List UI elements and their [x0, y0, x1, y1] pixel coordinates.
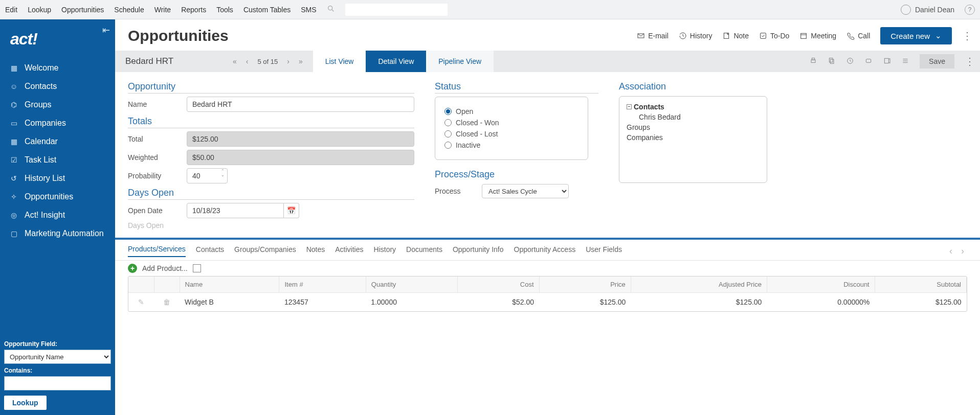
svg-rect-12 [866, 59, 871, 62]
current-user[interactable]: Daniel Dean [901, 5, 954, 15]
status-won-radio[interactable] [444, 119, 452, 126]
btab-groups[interactable]: Groups/Companies [234, 245, 296, 257]
columns-icon[interactable] [193, 264, 201, 272]
menu-tools[interactable]: Tools [216, 6, 233, 14]
process-select[interactable]: Act! Sales Cycle [482, 184, 569, 198]
col-price[interactable]: Price [539, 276, 631, 293]
col-item[interactable]: Item # [279, 276, 366, 293]
sidebar-item-opportunities[interactable]: ✧Opportunities [0, 188, 115, 206]
sidebar-item-label: Opportunities [25, 192, 73, 201]
viewbar-more-icon[interactable]: ⋮ [965, 59, 970, 64]
menu-opportunities[interactable]: Opportunities [61, 6, 104, 14]
col-cost[interactable]: Cost [458, 276, 539, 293]
menu-reports[interactable]: Reports [181, 6, 206, 14]
opportunity-field-select[interactable]: Opportunity Name [4, 350, 111, 364]
open-date-input[interactable] [187, 203, 284, 218]
calendar-picker-icon[interactable]: 📅 [284, 203, 299, 218]
sidebar-item-history-list[interactable]: ↺History List [0, 169, 115, 188]
assoc-groups-header[interactable]: Groups [627, 123, 760, 131]
menu-schedule[interactable]: Schedule [114, 6, 144, 14]
action-call[interactable]: Call [847, 32, 870, 40]
copy-icon[interactable] [828, 57, 836, 66]
assoc-contacts-header[interactable]: −Contacts [627, 103, 760, 111]
col-name[interactable]: Name [180, 276, 279, 293]
table-row[interactable]: ✎ 🗑 Widget B 123457 1.00000 $52.00 $125.… [128, 293, 967, 312]
history-icon: ↺ [9, 174, 18, 183]
badge-icon[interactable] [864, 57, 873, 66]
sidebar-item-welcome[interactable]: ▦Welcome [0, 59, 115, 77]
total-label: Total [128, 135, 182, 143]
menu-write[interactable]: Write [154, 6, 171, 14]
probability-input[interactable] [187, 168, 228, 183]
action-label: History [690, 32, 712, 40]
col-disc[interactable]: Discount [767, 276, 875, 293]
btab-opp-info[interactable]: Opportunity Info [453, 245, 504, 257]
print-icon[interactable] [809, 57, 817, 66]
delete-row-icon[interactable]: 🗑 [163, 298, 170, 306]
action-meeting[interactable]: Meeting [799, 32, 836, 40]
last-page-icon[interactable]: » [299, 57, 303, 65]
main-content: Opportunities E-mail History Note To-Do … [115, 19, 980, 415]
tab-detail-view[interactable]: Detail View [366, 51, 426, 72]
col-adj[interactable]: Adjusted Price [631, 276, 767, 293]
btab-notes[interactable]: Notes [306, 245, 325, 257]
menu-lookup[interactable]: Lookup [28, 6, 51, 14]
action-email[interactable]: E-mail [637, 32, 669, 40]
col-qty[interactable]: Quantity [366, 276, 457, 293]
export-icon[interactable] [883, 57, 891, 66]
sidebar-item-contacts[interactable]: ☺Contacts [0, 77, 115, 96]
edit-row-icon[interactable]: ✎ [138, 298, 144, 306]
status-inactive-radio[interactable] [444, 142, 452, 149]
view-bar: Bedard HRT « ‹ 5 of 15 › » List View Det… [115, 51, 980, 72]
grid-icon: ▦ [9, 63, 18, 73]
add-product-label[interactable]: Add Product... [142, 264, 188, 272]
global-search-input[interactable] [345, 4, 448, 16]
list-icon[interactable] [901, 57, 909, 66]
svg-rect-13 [884, 58, 888, 63]
sidebar-item-task-list[interactable]: ☑Task List [0, 151, 115, 169]
tab-scroll-arrows[interactable]: ‹ › [949, 246, 967, 257]
sidebar-item-companies[interactable]: ▭Companies [0, 114, 115, 132]
btab-history[interactable]: History [374, 245, 396, 257]
assoc-contact-item[interactable]: Chris Bedard [627, 113, 760, 121]
more-actions-icon[interactable]: ⋮ [962, 33, 967, 38]
help-icon[interactable]: ? [965, 5, 975, 15]
btab-documents[interactable]: Documents [406, 245, 442, 257]
menu-sms[interactable]: SMS [301, 6, 316, 14]
lookup-button[interactable]: Lookup [4, 396, 47, 410]
action-history[interactable]: History [679, 32, 712, 40]
sidebar-item-marketing[interactable]: ▢Marketing Automation [0, 224, 115, 243]
btab-contacts[interactable]: Contacts [196, 245, 224, 257]
prev-page-icon[interactable]: ‹ [246, 57, 249, 65]
status-lost-radio[interactable] [444, 130, 452, 137]
create-new-button[interactable]: Create new⌄ [880, 27, 952, 44]
action-note[interactable]: Note [722, 32, 749, 40]
sidebar-item-insight[interactable]: ◎Act! Insight [0, 206, 115, 224]
assoc-companies-header[interactable]: Companies [627, 133, 760, 142]
next-page-icon[interactable]: › [287, 57, 289, 65]
col-edit [128, 276, 154, 293]
menu-edit[interactable]: Edit [5, 6, 17, 14]
action-todo[interactable]: To-Do [759, 32, 789, 40]
check-icon: ☑ [9, 155, 18, 165]
sidebar-item-calendar[interactable]: ▦Calendar [0, 132, 115, 151]
contains-input[interactable] [4, 376, 111, 390]
add-product-icon[interactable]: + [128, 264, 137, 273]
status-open-radio[interactable] [444, 108, 452, 115]
menu-custom-tables[interactable]: Custom Tables [243, 6, 291, 14]
name-input[interactable] [187, 97, 414, 112]
btab-activities[interactable]: Activities [335, 245, 363, 257]
people-icon: ⌬ [9, 100, 18, 109]
btab-user-fields[interactable]: User Fields [586, 245, 622, 257]
tab-pipeline-view[interactable]: Pipeline View [426, 51, 494, 72]
btab-products[interactable]: Products/Services [128, 245, 186, 257]
btab-opp-access[interactable]: Opportunity Access [514, 245, 576, 257]
collapse-sidebar-icon[interactable]: ⇤ [102, 25, 110, 36]
sidebar-item-groups[interactable]: ⌬Groups [0, 96, 115, 114]
refresh-icon[interactable] [846, 57, 854, 66]
save-button[interactable]: Save [920, 54, 954, 68]
tab-list-view[interactable]: List View [313, 51, 366, 72]
first-page-icon[interactable]: « [233, 57, 237, 65]
cell-item: 123457 [279, 293, 366, 312]
col-sub[interactable]: Subtotal [875, 276, 966, 293]
